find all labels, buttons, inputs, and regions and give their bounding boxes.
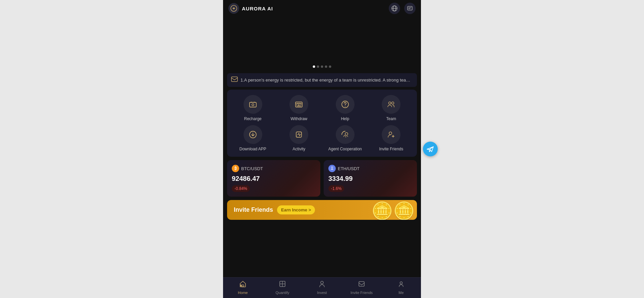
recharge-icon-circle: [244, 95, 262, 114]
svg-point-15: [392, 102, 394, 104]
bottom-nav: Home Quantify Invest: [223, 277, 421, 298]
action-recharge[interactable]: Recharge: [230, 95, 276, 121]
nav-invite-friends[interactable]: Invite Friends: [342, 278, 381, 298]
notification-bar: 1.A person's energy is restricted, but t…: [227, 73, 417, 87]
app-name: AURORA AI: [242, 6, 273, 11]
invest-nav-label: Invest: [317, 291, 327, 295]
header-actions: [389, 3, 416, 14]
eth-price: 3334.99: [328, 175, 412, 183]
team-icon-circle: [382, 95, 400, 114]
svg-point-11: [298, 104, 300, 106]
banner-dots: [313, 65, 331, 68]
team-label: Team: [386, 116, 396, 121]
action-invite-friends[interactable]: Invite Friends: [368, 125, 415, 151]
help-label: Help: [341, 116, 349, 121]
download-app-label: Download APP: [239, 147, 266, 151]
invite-banner-title: Invite Friends: [234, 206, 273, 213]
banner-carousel[interactable]: [223, 17, 421, 70]
svg-rect-6: [250, 102, 256, 107]
btc-header: ₿ BTC/USDT: [232, 165, 316, 172]
svg-point-18: [345, 133, 348, 135]
me-nav-label: Me: [398, 291, 404, 295]
actions-section: Recharge Withdraw: [227, 90, 417, 157]
actions-grid: Recharge Withdraw: [230, 95, 414, 151]
nav-me[interactable]: Me: [381, 278, 421, 298]
action-help[interactable]: Help: [322, 95, 368, 121]
action-agent-cooperation[interactable]: Agent Cooperation: [322, 125, 368, 151]
telegram-float-button[interactable]: [423, 142, 438, 156]
dot-3: [321, 65, 323, 68]
withdraw-icon-circle: [289, 95, 308, 114]
svg-rect-25: [359, 282, 364, 286]
invite-friends-icon-circle: [382, 125, 400, 144]
btc-pair: BTC/USDT: [241, 166, 263, 171]
svg-point-26: [400, 282, 402, 284]
invite-friends-nav-icon: [358, 280, 365, 290]
svg-point-14: [389, 102, 391, 104]
globe-button[interactable]: [389, 3, 400, 14]
eth-change: -1.6%: [328, 185, 344, 192]
quantify-nav-label: Quantify: [276, 291, 289, 295]
notification-text: 1.A person's energy is restricted, but t…: [240, 78, 413, 83]
dot-1: [313, 65, 315, 68]
action-team[interactable]: Team: [368, 95, 415, 121]
svg-point-24: [321, 281, 323, 284]
withdraw-label: Withdraw: [290, 116, 307, 121]
svg-rect-20: [242, 285, 244, 287]
crypto-section: ₿ BTC/USDT 92486.47 -0.84% Ξ ETH/USDT 33…: [227, 160, 417, 197]
eth-header: Ξ ETH/USDT: [328, 165, 412, 172]
btc-card[interactable]: ₿ BTC/USDT 92486.47 -0.84%: [227, 160, 320, 197]
svg-point-7: [252, 104, 254, 106]
header: AURORA AI: [223, 0, 421, 17]
action-withdraw[interactable]: Withdraw: [276, 95, 322, 121]
earn-income-button[interactable]: Earn Income >: [277, 205, 315, 214]
invite-friends-label: Invite Friends: [379, 147, 403, 151]
invite-friends-nav-label: Invite Friends: [351, 291, 373, 295]
btc-price: 92486.47: [232, 175, 316, 183]
recharge-label: Recharge: [244, 116, 262, 121]
download-app-icon-circle: [244, 125, 262, 144]
svg-rect-5: [231, 77, 237, 82]
invite-coins-icon: 🪙🪙: [371, 202, 415, 220]
btc-logo: ₿: [232, 165, 239, 172]
action-activity[interactable]: Activity: [276, 125, 322, 151]
logo-icon: [228, 3, 239, 14]
invite-friends-banner[interactable]: Invite Friends Earn Income > 🪙🪙: [227, 200, 417, 220]
eth-logo: Ξ: [328, 165, 336, 172]
svg-rect-4: [408, 6, 412, 10]
home-nav-label: Home: [238, 291, 248, 295]
me-nav-icon: [397, 280, 405, 290]
notification-icon: [231, 77, 238, 84]
activity-icon-circle: [289, 125, 308, 144]
dot-5: [329, 65, 331, 68]
nav-home[interactable]: Home: [223, 278, 263, 298]
activity-label: Activity: [292, 147, 305, 151]
invite-banner-left: Invite Friends Earn Income >: [234, 205, 315, 214]
quantify-nav-icon: [279, 280, 286, 290]
nav-quantify[interactable]: Quantify: [263, 278, 302, 298]
eth-card[interactable]: Ξ ETH/USDT 3334.99 -1.6%: [324, 160, 417, 197]
message-button[interactable]: [404, 3, 416, 14]
home-nav-icon: [239, 280, 247, 290]
nav-invest[interactable]: Invest: [302, 278, 342, 298]
logo-area: AURORA AI: [228, 3, 273, 14]
svg-point-19: [389, 132, 392, 135]
dot-2: [317, 65, 319, 68]
action-download-app[interactable]: Download APP: [230, 125, 276, 151]
agent-cooperation-icon-circle: [336, 125, 355, 144]
svg-point-13: [345, 106, 345, 107]
eth-pair: ETH/USDT: [338, 166, 360, 171]
invest-nav-icon: [318, 280, 326, 290]
help-icon-circle: [336, 95, 355, 114]
agent-cooperation-label: Agent Cooperation: [328, 147, 362, 151]
dot-4: [325, 65, 327, 68]
btc-change: -0.84%: [232, 185, 250, 192]
